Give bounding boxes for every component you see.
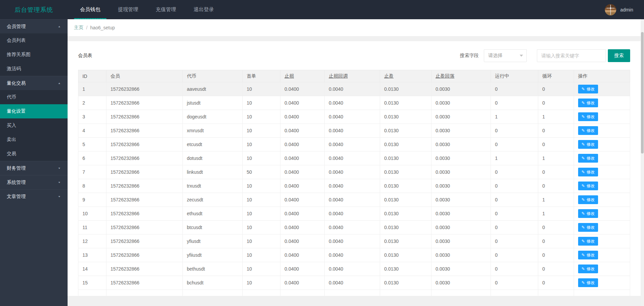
cell-loop: 0 bbox=[538, 165, 574, 179]
sidebar-section-system-management[interactable]: 系统管理▼ bbox=[0, 175, 68, 189]
cell-stop_loss: 0.0400 bbox=[280, 276, 325, 290]
cell-token: yfiusdt bbox=[183, 234, 243, 248]
cell-take_profit: 0.0130 bbox=[380, 207, 431, 221]
cell-stop_loss: 0.0400 bbox=[280, 151, 325, 165]
cell-running: 0 bbox=[491, 248, 538, 262]
col-header-label: 首单 bbox=[247, 73, 256, 79]
cell-loop: 0 bbox=[538, 96, 574, 110]
cell-member: 15726232866 bbox=[106, 248, 183, 262]
pencil-icon: ✎ bbox=[581, 239, 585, 243]
edit-button-label: 修改 bbox=[587, 280, 595, 286]
cell-loop: 0 bbox=[538, 221, 574, 234]
edit-button[interactable]: ✎修改 bbox=[578, 154, 598, 163]
cell-token: bethusdt bbox=[183, 262, 243, 276]
sidebar-label: 交易 bbox=[7, 151, 16, 157]
breadcrumb-home[interactable]: 主页 bbox=[74, 25, 83, 31]
cell-member: 15726232866 bbox=[106, 234, 183, 248]
edit-button[interactable]: ✎修改 bbox=[578, 85, 598, 93]
breadcrumb-current: hao6_setup bbox=[90, 25, 115, 30]
table-row: 1015726232866ethusdt100.04000.00400.0130… bbox=[78, 207, 630, 221]
col-header-take_profit_fallback[interactable]: 止盈回落 bbox=[431, 70, 491, 82]
edit-button[interactable]: ✎修改 bbox=[578, 182, 598, 190]
cell-token: ethusdt bbox=[183, 207, 243, 221]
search-field-label: 搜索字段 bbox=[460, 53, 479, 59]
cell-actions: ✎修改 bbox=[574, 179, 630, 193]
edit-button[interactable]: ✎修改 bbox=[578, 195, 598, 204]
nav-tab-member-wallet[interactable]: 会员钱包 bbox=[74, 0, 106, 19]
cell-id: 10 bbox=[78, 207, 106, 221]
edit-button[interactable]: ✎修改 bbox=[578, 99, 598, 107]
edit-button[interactable]: ✎修改 bbox=[578, 126, 598, 135]
cell-token: btcusdt bbox=[183, 221, 243, 234]
cell-actions: ✎修改 bbox=[574, 193, 630, 207]
pencil-icon: ✎ bbox=[581, 184, 585, 188]
edit-button-label: 修改 bbox=[587, 114, 595, 120]
sidebar-section-finance-management[interactable]: 财务管理▼ bbox=[0, 161, 68, 175]
sidebar-item-sell[interactable]: 卖出 bbox=[0, 133, 68, 147]
username: admin bbox=[620, 7, 633, 12]
col-header-label: 止盈 bbox=[384, 73, 394, 79]
table-row: 915726232866zecusdt100.04000.00400.01300… bbox=[78, 193, 630, 207]
edit-button[interactable]: ✎修改 bbox=[578, 209, 598, 218]
cell-stop_loss: 0.0400 bbox=[280, 165, 325, 179]
cell-take_profit: 0.0130 bbox=[380, 248, 431, 262]
col-header-label: 运行中 bbox=[495, 73, 509, 79]
col-header-take_profit[interactable]: 止盈 bbox=[380, 70, 431, 82]
search-button[interactable]: 搜索 bbox=[608, 49, 630, 62]
nav-tab-recharge-management[interactable]: 充值管理 bbox=[150, 0, 182, 19]
edit-button[interactable]: ✎修改 bbox=[578, 223, 598, 232]
table-row: 615726232866dotusdt100.04000.00400.01300… bbox=[78, 151, 630, 165]
edit-button[interactable]: ✎修改 bbox=[578, 251, 598, 259]
edit-button[interactable]: ✎修改 bbox=[578, 237, 598, 246]
sidebar-label: 激活码 bbox=[7, 66, 21, 72]
sidebar-section-article-management[interactable]: 文章管理▼ bbox=[0, 189, 68, 203]
sidebar-section-quant-trading[interactable]: 量化交易▲ bbox=[0, 76, 68, 90]
cell-actions: ✎修改 bbox=[574, 248, 630, 262]
col-header-stop_loss_callback[interactable]: 止损回调 bbox=[325, 70, 380, 82]
sidebar-item-activation-code[interactable]: 激活码 bbox=[0, 62, 68, 76]
cell-stop_loss_callback: 0.0040 bbox=[325, 82, 380, 96]
sidebar-item-trade[interactable]: 交易 bbox=[0, 147, 68, 161]
col-header-label: 会员 bbox=[110, 73, 120, 79]
sidebar-item-quant-settings[interactable]: 量化设置 bbox=[0, 104, 68, 118]
sidebar-item-referral-graph[interactable]: 推荐关系图 bbox=[0, 48, 68, 62]
edit-button[interactable]: ✎修改 bbox=[578, 278, 598, 287]
scrollbar-thumb[interactable] bbox=[641, 32, 644, 154]
cell-id: 8 bbox=[78, 179, 106, 193]
cell-take_profit_fallback: 0.0030 bbox=[431, 193, 491, 207]
nav-tab-label: 提现管理 bbox=[118, 6, 138, 13]
cell-id: 15 bbox=[78, 276, 106, 290]
sidebar-label: 卖出 bbox=[7, 137, 16, 143]
edit-button[interactable]: ✎修改 bbox=[578, 112, 598, 121]
cell-take_profit: 0.0130 bbox=[380, 193, 431, 207]
table-row: 1215726232866yfiusdt100.04000.00400.0130… bbox=[78, 234, 630, 248]
edit-button[interactable]: ✎修改 bbox=[578, 140, 598, 149]
cell-loop: 0 bbox=[538, 262, 574, 276]
cell-loop: 0 bbox=[538, 138, 574, 151]
cell-member: 15726232866 bbox=[106, 165, 183, 179]
cell-first_order: 10 bbox=[243, 179, 280, 193]
search-input[interactable] bbox=[537, 49, 606, 62]
sidebar-item-buy[interactable]: 买入 bbox=[0, 118, 68, 133]
edit-button[interactable]: ✎修改 bbox=[578, 168, 598, 176]
cell-take_profit: 0.0130 bbox=[380, 96, 431, 110]
nav-tab-withdraw-management[interactable]: 提现管理 bbox=[112, 0, 144, 19]
col-header-stop_loss[interactable]: 止损 bbox=[280, 70, 325, 82]
page-scrollbar[interactable] bbox=[641, 19, 644, 306]
cell-loop: 1 bbox=[538, 110, 574, 124]
sidebar-section-member-management[interactable]: 会员管理▲ bbox=[0, 19, 68, 33]
cell-empty bbox=[78, 290, 106, 296]
search-field-select[interactable]: 请选择 bbox=[484, 49, 527, 62]
sidebar-item-member-list[interactable]: 会员列表 bbox=[0, 33, 68, 48]
cell-take_profit: 0.0130 bbox=[380, 234, 431, 248]
cell-loop: 0 bbox=[538, 248, 574, 262]
cell-member: 15726232866 bbox=[106, 151, 183, 165]
sidebar-label: 推荐关系图 bbox=[7, 52, 30, 58]
user-menu[interactable]: admin bbox=[605, 0, 644, 19]
cell-actions: ✎修改 bbox=[574, 138, 630, 151]
brand-title: 后台管理系统 bbox=[0, 0, 68, 19]
cell-stop_loss_callback: 0.0040 bbox=[325, 138, 380, 151]
sidebar-item-token[interactable]: 代币 bbox=[0, 90, 68, 104]
nav-tab-logout[interactable]: 退出登录 bbox=[188, 0, 220, 19]
edit-button[interactable]: ✎修改 bbox=[578, 265, 598, 273]
